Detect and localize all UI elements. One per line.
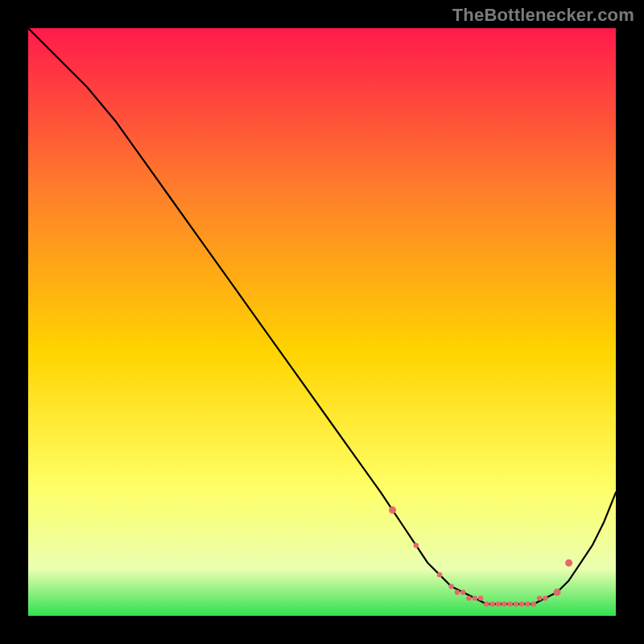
data-point <box>531 601 536 606</box>
bottleneck-chart <box>0 0 644 644</box>
data-point <box>460 590 465 595</box>
data-point <box>502 601 506 606</box>
data-point <box>554 588 561 596</box>
data-point <box>490 601 495 606</box>
data-point <box>448 584 453 588</box>
data-point <box>484 601 489 606</box>
data-point <box>414 543 419 547</box>
data-point <box>565 559 572 567</box>
data-point <box>437 572 442 577</box>
gradient-background <box>28 28 616 616</box>
data-point <box>519 601 524 606</box>
data-point <box>525 601 530 606</box>
data-point <box>496 601 501 606</box>
data-point <box>455 590 460 595</box>
data-point <box>514 601 518 606</box>
chart-stage: TheBottlenecker.com <box>0 0 644 644</box>
data-point <box>389 506 396 514</box>
data-point <box>543 596 547 601</box>
data-point <box>537 596 542 601</box>
data-point <box>473 596 477 601</box>
data-point <box>507 601 512 606</box>
data-point <box>466 596 471 601</box>
data-point <box>478 596 483 601</box>
